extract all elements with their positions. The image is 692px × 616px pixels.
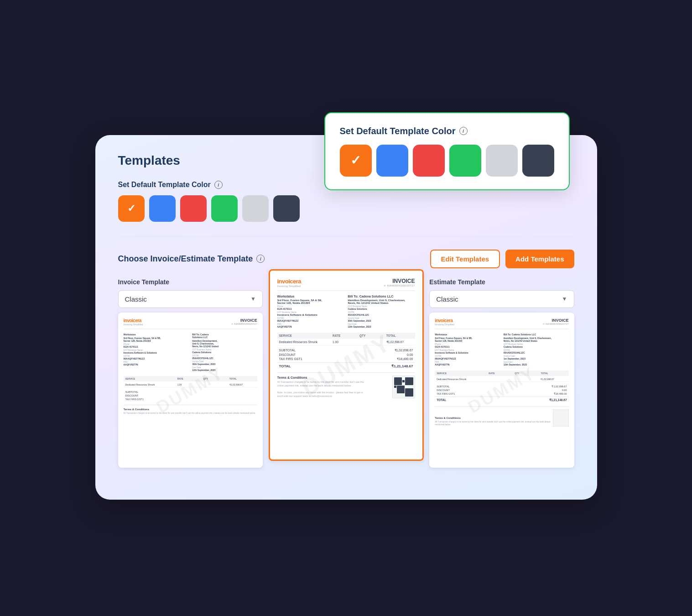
invoice-preview-left: invoicera Invoicing Simplified INVOICE #… <box>118 313 263 468</box>
chevron-down-icon-3: ▼ <box>562 296 567 302</box>
main-color-swatches <box>118 195 574 222</box>
popup-swatch-gray[interactable] <box>486 145 518 177</box>
add-templates-button[interactable]: Add Templates <box>505 250 574 268</box>
popup-color-swatches <box>340 145 554 177</box>
popup-title: Set Default Template Color i <box>340 126 554 136</box>
popup-swatch-blue[interactable] <box>376 145 408 177</box>
section-divider <box>118 236 574 237</box>
qr-right <box>553 409 568 427</box>
invoice-template-col: Invoice Template Classic ▼ invoicera Inv… <box>118 278 263 468</box>
popup-swatch-orange[interactable] <box>340 145 372 177</box>
main-swatch-blue[interactable] <box>149 195 176 222</box>
template-actions: Edit Templates Add Templates <box>430 250 574 268</box>
popup-swatch-red[interactable] <box>413 145 445 177</box>
color-popup-card: Set Default Template Color i <box>324 112 570 190</box>
estimate-template-label: Estimate Template <box>429 278 574 286</box>
template-info-icon[interactable]: i <box>256 255 265 263</box>
main-swatch-gray[interactable] <box>242 195 269 222</box>
recurring-template-col: Recurring Invoice Template Classic ▼ inv… <box>274 278 418 468</box>
estimate-template-select[interactable]: Classic ▼ <box>429 290 574 308</box>
inv-logo-center: invoicera <box>277 278 302 285</box>
template-section-header: Choose Invoice/Estimate Template i Edit … <box>118 250 574 268</box>
popup-swatch-green[interactable] <box>449 145 481 177</box>
popup-swatch-dark[interactable] <box>522 145 554 177</box>
invoice-preview-center: invoicera Invoicing Simplified INVOICE #… <box>269 269 424 461</box>
main-swatch-dark[interactable] <box>273 195 300 222</box>
outer-wrapper: Set Default Template Color i Templates S… <box>95 117 597 500</box>
template-columns: Invoice Template Classic ▼ invoicera Inv… <box>118 278 574 477</box>
main-swatch-green[interactable] <box>211 195 238 222</box>
qr-code <box>392 376 415 398</box>
popup-info-icon[interactable]: i <box>459 127 468 135</box>
inv-logo-subtext: Invoicing Simplified <box>124 323 143 326</box>
main-swatch-orange[interactable] <box>118 195 145 222</box>
estimate-template-col: Estimate Template Classic ▼ invoicera In… <box>429 278 574 468</box>
edit-templates-button[interactable]: Edit Templates <box>430 250 500 268</box>
template-section-title: Choose Invoice/Estimate Template i <box>118 254 265 264</box>
inv-logo-text: invoicera <box>124 318 143 323</box>
main-swatch-red[interactable] <box>180 195 207 222</box>
invoice-preview-right: invoicera Invoicing Simplified INVOICE #… <box>429 313 574 468</box>
invoice-template-select[interactable]: Classic ▼ <box>118 290 263 308</box>
chevron-down-icon: ▼ <box>250 296 256 302</box>
invoice-template-label: Invoice Template <box>118 278 263 286</box>
color-info-icon[interactable]: i <box>214 181 223 189</box>
